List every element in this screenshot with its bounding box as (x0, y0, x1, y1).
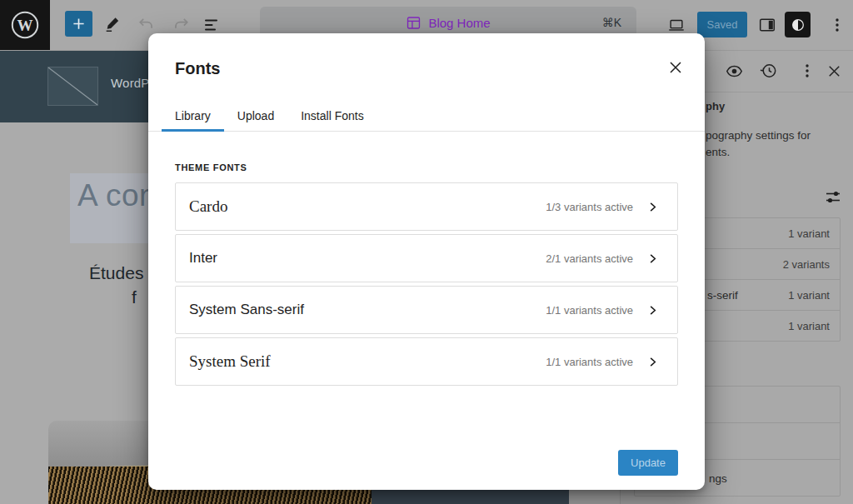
font-variants-meta: 1/1 variants active (546, 304, 633, 317)
update-button[interactable]: Update (618, 450, 678, 476)
font-variants-meta: 2/1 variants active (546, 252, 633, 265)
font-name: System Sans-serif (189, 302, 304, 318)
close-icon (666, 57, 686, 77)
tab-install-fonts[interactable]: Install Fonts (287, 100, 377, 132)
screen: W (0, 0, 853, 504)
theme-font-list: Cardo 1/3 variants active Inter 2/1 vari… (175, 182, 678, 389)
tab-upload[interactable]: Upload (224, 100, 287, 132)
chevron-right-icon (646, 304, 659, 317)
tab-library[interactable]: Library (162, 100, 224, 132)
modal-tabs: Library Upload Install Fonts (148, 100, 705, 132)
font-variants-meta: 1/1 variants active (546, 356, 633, 368)
font-name: System Serif (189, 352, 271, 371)
chevron-right-icon (646, 252, 659, 265)
font-row-cardo[interactable]: Cardo 1/3 variants active (175, 182, 678, 231)
font-row-system-serif[interactable]: System Serif 1/1 variants active (175, 337, 678, 386)
theme-fonts-section-label: THEME FONTS (175, 162, 247, 172)
font-name: Cardo (189, 197, 227, 216)
font-name: Inter (189, 250, 217, 267)
font-row-system-sans-serif[interactable]: System Sans-serif 1/1 variants active (175, 286, 678, 334)
chevron-right-icon (646, 201, 659, 213)
font-variants-meta: 1/3 variants active (546, 201, 633, 213)
fonts-modal: Fonts Library Upload Install Fonts THEME… (148, 33, 705, 490)
chevron-right-icon (646, 356, 659, 368)
modal-close-button[interactable] (663, 55, 688, 80)
modal-title: Fonts (175, 59, 220, 78)
font-row-inter[interactable]: Inter 2/1 variants active (175, 234, 678, 282)
